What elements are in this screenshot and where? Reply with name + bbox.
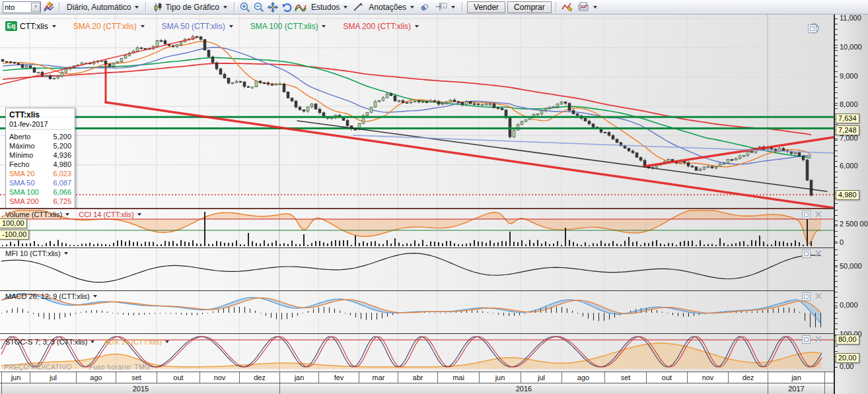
- close-panel-icon[interactable]: [814, 211, 822, 218]
- time-axis-months: junjulagosetoutnovdezjanfevmarabrmaijunj…: [0, 372, 834, 383]
- price-badge: 7,634: [836, 114, 859, 123]
- sma20-label: SMA 20 (CTT:xlis): [73, 22, 137, 31]
- close-panel-icon[interactable]: [814, 249, 822, 257]
- chart-settings-icon[interactable]: [561, 1, 573, 13]
- restore-panel-icon[interactable]: [802, 292, 811, 301]
- tooltip-row: Máximo5,200: [9, 141, 71, 150]
- zoom-in-icon[interactable]: [239, 1, 251, 13]
- main-panel-tools: [808, 22, 816, 33]
- toolbar-separator: [462, 2, 463, 12]
- stoc-axis-label: 0,00: [840, 362, 853, 370]
- restore-panel-icon[interactable]: [802, 211, 811, 219]
- mfi-panel[interactable]: MFI 10 (CTT:xlis): [0, 247, 834, 290]
- chevron-down-icon: [410, 6, 414, 9]
- volume-cci-panel[interactable]: Volume (CTT:xlis) CCI 14 (CTT:xlis) 100,…: [0, 208, 834, 248]
- year-label: 2015: [1, 383, 279, 394]
- macd-indicator-label[interactable]: MACD 26; 12; 9 (CTT:xlis): [5, 292, 97, 300]
- anotacoes-label: Anotações: [369, 3, 406, 12]
- close-panel-icon[interactable]: [814, 335, 822, 343]
- interval-dropdown[interactable]: Diário, Automático: [64, 2, 141, 13]
- chevron-down-icon: [165, 341, 169, 343]
- month-label: jan: [768, 372, 824, 383]
- macd-axis-label: 0,000: [840, 301, 858, 309]
- svg-text:i: i: [443, 4, 444, 8]
- macd-histogram: [1, 307, 821, 327]
- studies-waves-icon[interactable]: [295, 1, 307, 13]
- estudos-dropdown[interactable]: Estudos: [308, 2, 350, 13]
- undo-icon[interactable]: [281, 1, 293, 13]
- candlestick-series: [1, 35, 813, 197]
- anotacoes-dropdown[interactable]: Anotações: [366, 2, 417, 13]
- mfi-axis-label: 50,000: [840, 262, 862, 270]
- trend-line: [353, 135, 834, 153]
- stochastic-adx-panel[interactable]: STOC-S 7; 3; 3 (CTT:xlis) ADX 14 (CTT:xl…: [0, 333, 834, 372]
- compare-chart-icon[interactable]: [43, 1, 55, 13]
- mfi-line: [1, 253, 820, 282]
- data-tooltip: CTT:xlis 01-fev-2017 Aberto5,200Máximo5,…: [5, 108, 75, 208]
- restore-panel-icon[interactable]: [802, 335, 811, 344]
- restore-panel-icon[interactable]: [808, 24, 816, 33]
- macd-label-text: MACD 26; 12; 9 (CTT:xlis): [5, 292, 90, 300]
- close-panel-icon[interactable]: [814, 292, 822, 300]
- draw-line-icon[interactable]: [352, 1, 364, 13]
- symbol-input[interactable]: [3, 3, 31, 11]
- chevron-down-icon: [322, 25, 326, 28]
- month-label: out: [157, 372, 199, 383]
- cci-indicator-label[interactable]: CCI 14 (CTT:xlis): [79, 211, 141, 218]
- tooltip-row: SMA 206,023: [9, 169, 71, 178]
- month-label: nov: [687, 372, 728, 383]
- volume-indicator-label[interactable]: Volume (CTT:xlis): [5, 211, 69, 218]
- legend-sma20[interactable]: SMA 20 (CTT:xlis): [73, 22, 145, 31]
- eraser-icon[interactable]: [419, 1, 431, 13]
- zoom-out-icon[interactable]: [253, 1, 265, 13]
- macd-panel[interactable]: MACD 26; 12; 9 (CTT:xlis): [0, 290, 834, 333]
- toolbar-separator: [234, 2, 235, 12]
- interval-label: Diário, Automático: [67, 3, 131, 12]
- main-price-panel[interactable]: Eq CTT:xlis SMA 20 (CTT:xlis) SMA 50 (CT…: [0, 15, 834, 208]
- cci-low-badge: -100,00: [0, 230, 29, 240]
- mfi-label-text: MFI 10 (CTT:xlis): [5, 249, 61, 257]
- sell-button[interactable]: Vender: [467, 1, 505, 13]
- month-label: jan: [279, 372, 318, 383]
- watermark-text: PREÇO INDICATIVO: [4, 364, 72, 371]
- month-label: ago: [561, 372, 604, 383]
- legend-symbol[interactable]: Eq CTT:xlis: [5, 21, 56, 31]
- month-label: out: [646, 372, 687, 383]
- price-axis-column[interactable]: 11,00010,0009,0008,0007,0006,0002 500 00…: [834, 15, 868, 394]
- chevron-down-icon: [451, 6, 455, 9]
- mfi-indicator-label[interactable]: MFI 10 (CTT:xlis): [5, 249, 68, 257]
- volume-axis-label: 0: [840, 238, 844, 246]
- toolbar-separator: [145, 2, 147, 12]
- adx-indicator-label[interactable]: ADX 14 (CTT:xlis): [104, 338, 168, 346]
- month-label: dez: [728, 372, 768, 383]
- price-badge: 7,248: [836, 125, 859, 135]
- legend-sma100[interactable]: SMA 100 (CTT:xlis): [250, 22, 326, 31]
- crosshair-info-icon: i: [435, 2, 447, 13]
- month-label: set: [604, 372, 646, 383]
- price-badge: 20,00: [836, 353, 859, 363]
- equity-badge: Eq: [5, 21, 17, 31]
- stoc-indicator-label[interactable]: STOC-S 7; 3; 3 (CTT:xlis): [5, 338, 94, 346]
- legend-sma200[interactable]: SMA 200 (CTT:xlis): [343, 22, 419, 31]
- year-label: 2017: [768, 383, 824, 394]
- pan-icon[interactable]: [267, 1, 279, 13]
- macd-chart-svg[interactable]: [0, 291, 834, 333]
- symbol-input-box[interactable]: ≡: [3, 1, 41, 13]
- mfi-chart-svg[interactable]: [0, 248, 834, 290]
- time-axis-years: 201520162017: [0, 383, 834, 394]
- legend-sma50[interactable]: SMA 50 (CTT:xlis): [162, 22, 233, 31]
- restore-panel-icon[interactable]: [802, 249, 811, 258]
- crosshair-dropdown[interactable]: i: [433, 1, 458, 13]
- symbol-lookup-icon[interactable]: ≡: [31, 3, 40, 12]
- tooltip-row: SMA 2006,725: [9, 197, 71, 206]
- chart-type-dropdown[interactable]: Tipo de Gráfico: [151, 1, 230, 13]
- chevron-down-icon: [52, 25, 56, 28]
- month-label: set: [116, 372, 157, 383]
- symbol-label: CTT:xlis: [20, 22, 48, 31]
- print-chart-dropdown[interactable]: [575, 1, 600, 14]
- main-chart-svg[interactable]: [0, 15, 834, 208]
- month-label: dez: [239, 372, 279, 383]
- price-axis-label: 6,000: [840, 162, 858, 170]
- tooltip-title: CTT:xlis: [9, 110, 71, 119]
- buy-button[interactable]: Comprar: [507, 1, 552, 13]
